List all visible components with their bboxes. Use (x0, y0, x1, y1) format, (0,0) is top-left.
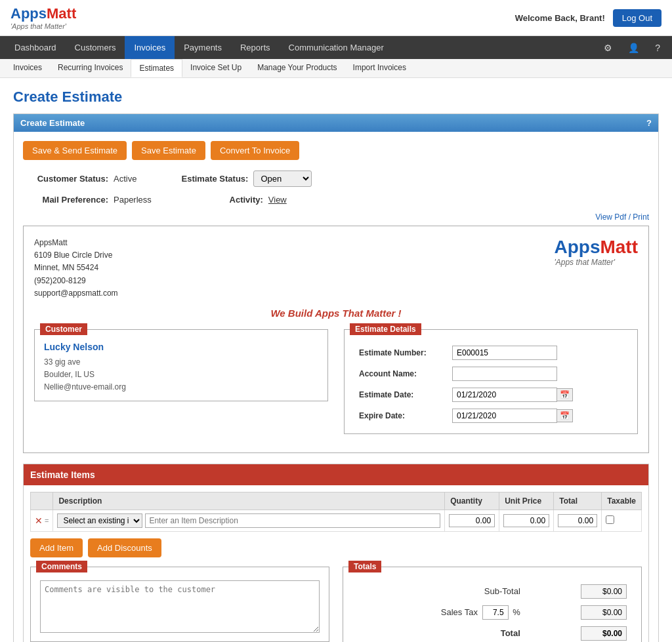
doc-logo-text: AppsMatt (554, 237, 638, 258)
nav-customers[interactable]: Customers (66, 36, 125, 59)
bottom-section: Comments Totals (30, 567, 642, 642)
doc-two-col: Customer Lucky Nelson 33 gig ave Boulder… (34, 329, 638, 442)
estimate-items-section: Estimate Items Description Quantity Unit… (23, 464, 649, 642)
add-item-button[interactable]: Add Item (30, 538, 83, 557)
taxable-checkbox[interactable] (606, 515, 614, 524)
row-taxable-cell (602, 510, 642, 531)
col-unit-price: Unit Price (499, 492, 554, 510)
subtotal-input: $0.00 (581, 584, 627, 599)
quantity-input[interactable]: 0.00 (449, 514, 495, 527)
company-email: support@appsmatt.com (34, 287, 118, 300)
account-name-input[interactable] (452, 367, 557, 381)
page-title: Create Estimate (13, 89, 659, 106)
customer-legend: Customer (40, 323, 87, 335)
customer-status-value: Active (114, 174, 136, 184)
customer-addr2: Boulder, IL US (44, 369, 318, 381)
company-phone: (952)200-8129 (34, 275, 118, 287)
customer-addr1: 33 gig ave (44, 356, 318, 369)
subnav-products[interactable]: Manage Your Products (249, 59, 345, 77)
subnav-recurring[interactable]: Recurring Invoices (50, 59, 131, 77)
total-value-input: $0.00 (581, 626, 627, 641)
customer-status-label: Customer Status: (23, 174, 108, 184)
customer-name: Lucky Nelson (44, 342, 318, 352)
customer-col: Customer Lucky Nelson 33 gig ave Boulder… (34, 329, 328, 442)
row-description-cell: Select an existing item (53, 510, 445, 531)
comments-legend: Comments (36, 561, 87, 572)
estimate-number-input[interactable] (452, 346, 557, 360)
totals-box: Totals Sub-Total $0.00 (343, 567, 642, 642)
estimate-details-field-group: Estimate Details Estimate Number: (344, 329, 638, 434)
row-actions: ✕ = (31, 510, 53, 531)
sales-tax-label: Sales Tax 7.5 % (354, 603, 524, 622)
subnav-invoices[interactable]: Invoices (5, 59, 50, 77)
estimate-date-input[interactable] (452, 388, 557, 402)
save-estimate-button-top[interactable]: Save Estimate (132, 141, 205, 160)
move-row-icon[interactable]: = (45, 517, 49, 525)
customer-details: 33 gig ave Boulder, IL US Nellie@ntuve-e… (44, 356, 318, 394)
subnav-setup[interactable]: Invoice Set Up (182, 59, 249, 77)
activity-link[interactable]: View (268, 195, 287, 205)
section-header-label: Create Estimate (20, 118, 85, 128)
item-description-input[interactable] (145, 513, 440, 528)
company-address2: Minnet, MN 55424 (34, 262, 118, 274)
totals-field-group: Totals Sub-Total $0.00 (343, 567, 642, 642)
subnav-import[interactable]: Import Invoices (345, 59, 414, 77)
total-label: Total (354, 624, 524, 642)
settings-icon[interactable]: ⚙ (597, 37, 619, 58)
unit-price-input[interactable]: 0.00 (503, 514, 549, 527)
customer-name-link[interactable]: Lucky Nelson (44, 342, 104, 352)
expire-date-input[interactable] (452, 409, 557, 423)
nav-invoices[interactable]: Invoices (125, 36, 175, 59)
view-pdf-link[interactable]: View Pdf / Print (595, 212, 649, 222)
logout-button[interactable]: Log Out (613, 9, 662, 27)
table-row: ✕ = Select an existing item (31, 510, 642, 531)
main-content: Create Estimate Create Estimate ? Save &… (0, 78, 672, 642)
total-input[interactable]: 0.00 (558, 514, 597, 527)
col-taxable: Taxable (602, 492, 642, 510)
subnav-estimates[interactable]: Estimates (131, 59, 182, 77)
item-select[interactable]: Select an existing item (57, 513, 142, 528)
comments-field-group: Comments (30, 567, 329, 642)
nav-icons: ⚙ 👤 ? (597, 37, 667, 58)
top-button-group: Save & Send Estimate Save Estimate Conve… (23, 141, 649, 160)
expire-date-calendar-icon[interactable]: 📅 (557, 409, 573, 422)
delete-row-icon[interactable]: ✕ (35, 515, 43, 526)
row-unit-price-cell: 0.00 (499, 510, 554, 531)
user-icon[interactable]: 👤 (621, 37, 646, 58)
section-help-icon[interactable]: ? (646, 118, 652, 128)
nav-payments[interactable]: Payments (175, 36, 231, 59)
estimate-date-label: Estimate Date: (355, 385, 447, 405)
convert-to-invoice-button-top[interactable]: Convert To Invoice (211, 141, 299, 160)
nav-dashboard[interactable]: Dashboard (5, 36, 66, 59)
doc-logo: AppsMatt 'Apps that Matter' (554, 237, 638, 267)
estimate-status-select[interactable]: Open Closed Accepted (253, 171, 312, 187)
estimate-details-legend: Estimate Details (350, 323, 421, 335)
col-quantity: Quantity (445, 492, 499, 510)
doc-logo-tagline: 'Apps that Matter' (554, 258, 638, 267)
help-icon[interactable]: ? (648, 37, 667, 58)
account-name-label: Account Name: (355, 364, 447, 384)
estimate-details-table: Estimate Number: Account Name: (354, 342, 628, 427)
items-table: Description Quantity Unit Price Total Ta… (30, 492, 642, 532)
estimate-date-calendar-icon[interactable]: 📅 (557, 388, 573, 401)
subtotal-label: Sub-Total (354, 582, 524, 601)
section-header: Create Estimate ? (14, 114, 658, 132)
customer-email: Nellie@ntuve-email.org (44, 381, 318, 393)
save-send-estimate-button-top[interactable]: Save & Send Estimate (23, 141, 127, 160)
sales-tax-rate-input[interactable]: 7.5 (482, 605, 509, 620)
company-name: AppsMatt (34, 237, 118, 249)
add-discounts-button[interactable]: Add Discounts (88, 538, 161, 557)
estimate-status-label: Estimate Status: (163, 174, 248, 184)
header-right: Welcome Back, Brant! Log Out (515, 9, 662, 27)
items-section-header: Estimate Items (24, 464, 648, 485)
est-number-label: Estimate Number: (355, 343, 447, 363)
nav-reports[interactable]: Reports (231, 36, 280, 59)
comments-textarea[interactable] (40, 580, 320, 633)
customer-field-group: Customer Lucky Nelson 33 gig ave Boulder… (34, 329, 328, 401)
logo-tagline: 'Apps that Matter' (10, 22, 76, 30)
estimate-date-wrap: 📅 (452, 388, 623, 402)
nav-communication[interactable]: Communication Manager (280, 36, 393, 59)
document-preview: AppsMatt 6109 Blue Circle Drive Minnet, … (23, 226, 649, 453)
logo-text: AppsMatt (10, 5, 76, 22)
sub-nav: Invoices Recurring Invoices Estimates In… (0, 59, 672, 78)
